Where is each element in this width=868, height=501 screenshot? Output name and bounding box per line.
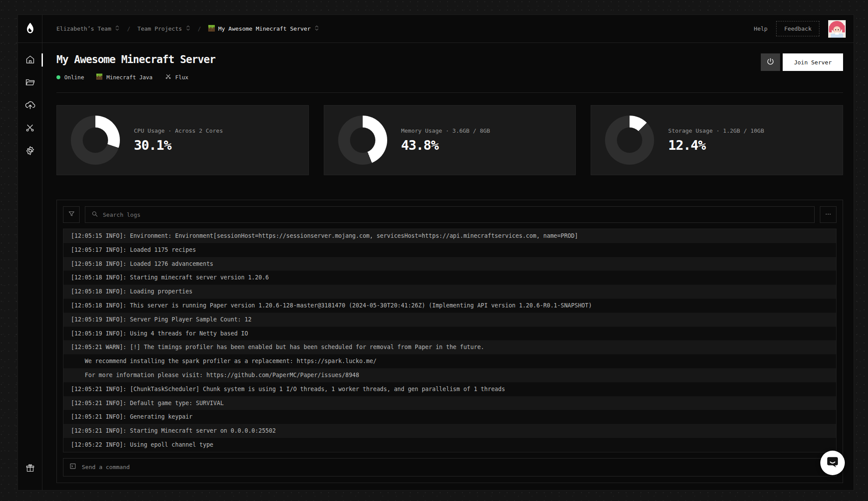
log-line: [12:05:21 INFO]: Starting Minecraft serv… xyxy=(63,424,836,438)
join-server-button[interactable]: Join Server xyxy=(783,53,843,71)
log-search-box xyxy=(85,206,815,223)
ellipsis-icon xyxy=(824,210,832,219)
command-input[interactable] xyxy=(82,464,830,470)
help-button[interactable]: Help xyxy=(754,25,767,32)
edition-badge-label: Minecraft Java xyxy=(106,74,152,81)
breadcrumb-server-selector[interactable]: My Awesome Minecraft Server xyxy=(208,25,319,33)
page-title: My Awesome Minecraft Server xyxy=(56,53,215,66)
log-line: [12:05:18 INFO]: This server is running … xyxy=(63,299,836,313)
log-line: [12:05:17 INFO]: Loaded 1175 recipes xyxy=(63,243,836,257)
app-frame: Elizabeth’s Team / Team Projects / xyxy=(18,14,854,490)
filter-button[interactable] xyxy=(63,206,80,223)
server-title-block: My Awesome Minecraft Server Online Minec xyxy=(56,53,215,81)
page-background: Elizabeth’s Team / Team Projects / xyxy=(0,0,868,501)
breadcrumb-projects-label: Team Projects xyxy=(137,25,182,32)
sidebar-nav xyxy=(18,43,42,490)
breadcrumb-server-label: My Awesome Minecraft Server xyxy=(218,25,311,32)
log-line: [12:05:21 INFO]: Default game type: SURV… xyxy=(63,396,836,410)
log-line: [12:05:18 INFO]: Loading properties xyxy=(63,285,836,299)
log-line: [12:05:21 WARN]: [!] The timings profile… xyxy=(63,340,836,354)
chat-widget-button[interactable] xyxy=(820,451,845,475)
app-logo[interactable] xyxy=(18,15,42,42)
cpu-usage-donut xyxy=(71,116,120,165)
logs-panel: [12:05:15 INFO]: Environment: Environmen… xyxy=(56,200,843,483)
log-line: [12:05:19 INFO]: Using 4 threads for Net… xyxy=(63,327,836,341)
storage-usage-donut xyxy=(605,116,654,165)
log-line: We recommend installing the spark profil… xyxy=(63,354,836,368)
sidebar-item-files[interactable] xyxy=(23,76,37,89)
stats-row: CPU Usage · Across 2 Cores 30.1% Memory … xyxy=(56,105,843,175)
online-dot xyxy=(56,75,60,79)
stat-value: 43.8% xyxy=(401,138,490,153)
chevron-updown-icon xyxy=(115,25,120,33)
status-badge: Online xyxy=(56,74,84,81)
breadcrumb-projects-selector[interactable]: Team Projects xyxy=(137,25,191,33)
stat-label: Memory Usage · 3.6GB / 8GB xyxy=(401,127,490,134)
grass-block-icon xyxy=(208,25,215,33)
cpu-usage-card: CPU Usage · Across 2 Cores 30.1% xyxy=(56,105,309,175)
power-icon xyxy=(766,57,775,67)
server-header: My Awesome Minecraft Server Online Minec xyxy=(56,53,843,81)
flame-icon xyxy=(25,22,35,35)
home-icon xyxy=(25,54,35,66)
grass-block-icon xyxy=(96,74,102,81)
feedback-button[interactable]: Feedback xyxy=(776,21,819,36)
power-button[interactable] xyxy=(761,53,780,71)
logs-toolbar xyxy=(63,206,836,223)
stat-label: Storage Usage · 1.2GB / 10GB xyxy=(668,127,764,134)
command-bar xyxy=(63,458,836,476)
gift-icon xyxy=(25,463,35,474)
flux-badge-label: Flux xyxy=(175,74,189,81)
folder-icon xyxy=(25,77,35,89)
server-badges: Online Minecraft Java xyxy=(56,73,215,81)
breadcrumb: Elizabeth’s Team / Team Projects / xyxy=(42,15,754,42)
status-badge-label: Online xyxy=(64,74,84,81)
sidebar-item-network[interactable] xyxy=(23,122,37,135)
log-line: [12:05:22 INFO]: Using epoll channel typ… xyxy=(63,438,836,452)
server-actions: Join Server xyxy=(761,53,843,71)
breadcrumb-team-label: Elizabeth’s Team xyxy=(56,25,111,32)
memory-usage-text: Memory Usage · 3.6GB / 8GB 43.8% xyxy=(401,127,490,153)
chat-bubble-icon xyxy=(826,455,839,470)
top-bar: Elizabeth’s Team / Team Projects / xyxy=(18,15,854,43)
chevron-updown-icon xyxy=(314,25,319,33)
filter-funnel-icon xyxy=(68,210,75,219)
stat-value: 30.1% xyxy=(134,138,223,153)
sidebar-item-settings[interactable] xyxy=(23,145,37,158)
sidebar-item-home[interactable] xyxy=(23,53,37,67)
breadcrumb-separator: / xyxy=(127,25,130,32)
app-body: My Awesome Minecraft Server Online Minec xyxy=(18,43,854,490)
header-divider xyxy=(56,92,843,93)
search-icon xyxy=(91,210,98,219)
gear-icon xyxy=(25,145,35,157)
terminal-icon xyxy=(69,462,77,472)
breadcrumb-team-selector[interactable]: Elizabeth’s Team xyxy=(56,25,120,33)
log-line: [12:05:19 INFO]: Server Ping Player Samp… xyxy=(63,313,836,327)
breadcrumb-separator: / xyxy=(198,25,201,32)
log-list[interactable]: [12:05:15 INFO]: Environment: Environmen… xyxy=(63,229,836,452)
flux-icon xyxy=(165,73,172,81)
log-line: [12:05:15 INFO]: Environment: Environmen… xyxy=(63,229,836,243)
storage-usage-text: Storage Usage · 1.2GB / 10GB 12.4% xyxy=(668,127,764,153)
logs-more-button[interactable] xyxy=(820,206,836,223)
log-line: [12:05:18 INFO]: Loaded 1276 advancement… xyxy=(63,257,836,271)
flux-badge: Flux xyxy=(165,73,189,81)
cpu-usage-text: CPU Usage · Across 2 Cores 30.1% xyxy=(134,127,223,153)
memory-usage-donut xyxy=(338,116,387,165)
log-line: [12:05:18 INFO]: Starting minecraft serv… xyxy=(63,271,836,285)
edition-badge: Minecraft Java xyxy=(96,74,152,81)
memory-usage-card: Memory Usage · 3.6GB / 8GB 43.8% xyxy=(324,105,576,175)
sidebar-item-rewards[interactable] xyxy=(23,462,37,475)
main-content: My Awesome Minecraft Server Online Minec xyxy=(42,43,854,490)
cloud-upload-icon xyxy=(24,99,36,112)
log-line: [12:05:21 INFO]: Generating keypair xyxy=(63,410,836,424)
sidebar-item-backups[interactable] xyxy=(23,99,37,112)
stat-value: 12.4% xyxy=(668,138,764,153)
log-line: [12:05:21 INFO]: [ChunkTaskScheduler] Ch… xyxy=(63,382,836,396)
log-search-input[interactable] xyxy=(103,212,808,218)
split-icon xyxy=(25,123,35,134)
log-line: For more information please visit: https… xyxy=(63,368,836,382)
sidebar-active-indicator xyxy=(42,53,43,67)
storage-usage-card: Storage Usage · 1.2GB / 10GB 12.4% xyxy=(591,105,843,175)
user-avatar[interactable] xyxy=(828,20,846,38)
